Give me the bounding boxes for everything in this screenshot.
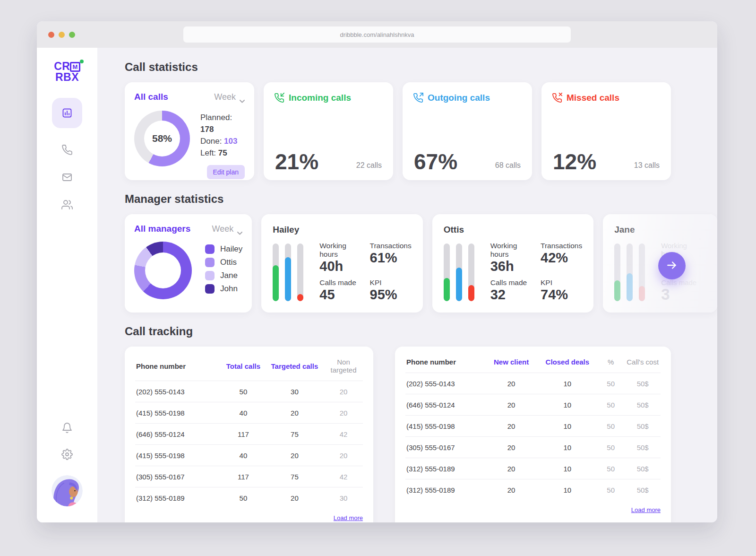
all-calls-donut: 58% — [134, 111, 190, 166]
planned-line: Planned: 178 — [200, 112, 245, 135]
table-cell: 117 — [222, 424, 265, 445]
table-cell: 20 — [265, 445, 324, 466]
managers-legend: Hailey Ottis Jane John — [205, 244, 242, 299]
table-cell: (305) 555-0167 — [135, 466, 222, 487]
table-cell: 30 — [324, 487, 363, 509]
manager-bars — [273, 243, 303, 301]
table-cell: 50 — [597, 373, 625, 394]
column-header[interactable]: Closed deals — [538, 355, 597, 373]
sidebar-item-contacts[interactable] — [61, 199, 73, 210]
edit-plan-button[interactable]: Edit plan — [207, 165, 245, 179]
table-row: (646) 555-012420105050$ — [405, 394, 661, 416]
table-row: (305) 555-016720105050$ — [405, 437, 661, 458]
table-cell: 50 — [597, 394, 625, 416]
targeted-calls-table: Phone number Total calls Targeted calls … — [135, 355, 363, 509]
table-cell: 20 — [484, 373, 538, 394]
manager-bars — [444, 243, 474, 301]
sidebar-item-dashboard[interactable] — [52, 98, 82, 128]
legend-swatch — [205, 271, 215, 280]
phone-incoming-icon — [274, 93, 284, 103]
table-cell: 42 — [324, 424, 363, 445]
settings-button[interactable] — [61, 449, 73, 460]
outgoing-calls-card: Outgoing calls 67% 68 calls — [403, 82, 532, 180]
url-bar[interactable]: dribbble.com/alinahlshnkva — [183, 26, 571, 43]
table-cell: 20 — [324, 445, 363, 466]
table-row: (305) 555-01671177542 — [135, 466, 363, 487]
table-cell: 20 — [324, 402, 363, 424]
manager-bars — [614, 243, 645, 301]
column-header[interactable]: Targeted calls — [265, 355, 324, 381]
sidebar-item-calls[interactable] — [61, 144, 73, 156]
table-cell: 50 — [222, 487, 265, 509]
column-header: Phone number — [405, 355, 484, 373]
table-row: (312) 555-018920105050$ — [405, 479, 661, 501]
table-row: (202) 555-0143503020 — [135, 381, 363, 402]
notifications-button[interactable] — [61, 422, 73, 434]
table-cell: (415) 555-0198 — [135, 402, 222, 424]
column-header: Non targeted — [324, 355, 363, 381]
sidebar-item-mail[interactable] — [61, 172, 73, 183]
column-header[interactable]: Total calls — [222, 355, 265, 381]
table-row: (415) 555-019820105050$ — [405, 416, 661, 437]
table-cell: (415) 555-0198 — [135, 445, 222, 466]
closed-deals-table: Phone number New client Closed deals % C… — [405, 355, 661, 501]
sidebar-bottom — [52, 422, 83, 522]
manager-card-hailey: Hailey Working hours40h Transactions61% … — [261, 214, 422, 313]
load-more-link[interactable]: Load more — [135, 514, 363, 521]
bar-chart-icon — [61, 107, 73, 119]
manager-statistics-row: All managers Week Hailey Ottis — [125, 214, 717, 313]
browser-titlebar: dribbble.com/alinahlshnkva — [37, 21, 717, 48]
card-title: Outgoing calls — [428, 93, 490, 103]
table-cell: (646) 555-0124 — [135, 424, 222, 445]
left-line: Left: 75 — [200, 147, 245, 159]
table-cell: 50 — [597, 416, 625, 437]
table-cell: 30 — [265, 381, 324, 402]
table-cell: (202) 555-0143 — [135, 381, 222, 402]
logo-status-dot — [80, 60, 84, 63]
manager-stats: Working hours36h Transactions42% Calls m… — [490, 242, 582, 303]
window-zoom-button[interactable] — [69, 32, 75, 38]
window-minimize-button[interactable] — [59, 32, 65, 38]
all-managers-title: All managers — [134, 224, 190, 234]
phone-missed-icon — [552, 93, 562, 103]
column-header[interactable]: New client — [484, 355, 538, 373]
load-more-link[interactable]: Load more — [405, 506, 661, 513]
table-cell: (312) 555-0189 — [135, 487, 222, 509]
user-avatar[interactable] — [52, 475, 83, 506]
table-cell: (646) 555-0124 — [405, 394, 484, 416]
legend-item: Jane — [205, 271, 242, 280]
week-dropdown[interactable]: Week — [214, 92, 245, 102]
all-calls-card: All calls Week 58% Planned: 178 Done: 10… — [125, 82, 254, 180]
table-cell: (312) 555-0189 — [405, 479, 484, 501]
week-dropdown-managers[interactable]: Week — [212, 224, 243, 234]
table-cell: 50$ — [625, 458, 661, 479]
table-cell: 50$ — [625, 373, 661, 394]
outgoing-percent: 67% — [414, 149, 457, 174]
missed-percent: 12% — [553, 149, 596, 174]
window-close-button[interactable] — [48, 32, 54, 38]
table-cell: 20 — [484, 416, 538, 437]
table-cell: 75 — [265, 466, 324, 487]
table-cell: 50 — [597, 479, 625, 501]
table-cell: 50 — [222, 381, 265, 402]
app-logo: CRM RBX — [54, 61, 80, 83]
table-cell: 20 — [324, 381, 363, 402]
legend-swatch — [205, 258, 215, 267]
window-controls — [48, 32, 75, 38]
table-cell: 20 — [484, 479, 538, 501]
table-cell: 10 — [538, 458, 597, 479]
table-cell: 40 — [222, 402, 265, 424]
table-cell: 50$ — [625, 416, 661, 437]
call-statistics-row: All calls Week 58% Planned: 178 Done: 10… — [125, 82, 717, 180]
missed-count: 13 calls — [634, 161, 660, 170]
table-cell: 20 — [484, 394, 538, 416]
table-cell: 20 — [265, 402, 324, 424]
column-header: % — [597, 355, 625, 373]
outgoing-count: 68 calls — [495, 161, 521, 170]
table-cell: (415) 555-0198 — [405, 416, 484, 437]
table-cell: 75 — [265, 424, 324, 445]
next-managers-button[interactable] — [658, 252, 686, 279]
legend-item: Hailey — [205, 244, 242, 254]
table-cell: 40 — [222, 445, 265, 466]
phone-outgoing-icon — [413, 93, 423, 103]
